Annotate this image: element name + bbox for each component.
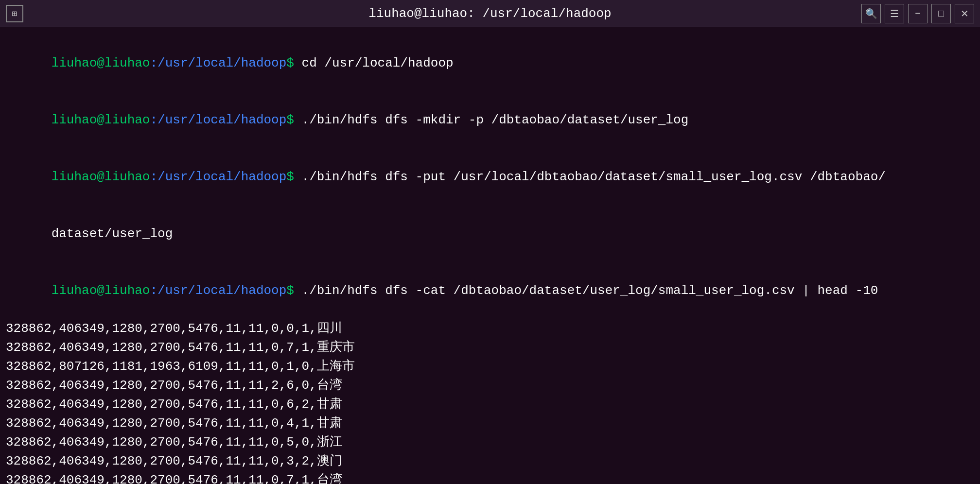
terminal-body[interactable]: liuhao@liuhao:/usr/local/hadoop$ cd /usr… xyxy=(0,27,980,484)
data-line-9: 328862,406349,1280,2700,5476,11,11,0,7,1… xyxy=(6,471,974,484)
data-line-6: 328862,406349,1280,2700,5476,11,11,0,4,1… xyxy=(6,414,974,433)
data-line-1: 328862,406349,1280,2700,5476,11,11,0,0,1… xyxy=(6,319,974,338)
minimize-icon: − xyxy=(915,8,921,19)
prompt-user-3: liuhao@liuhao xyxy=(52,170,150,184)
search-icon: 🔍 xyxy=(865,8,877,19)
minimize-button[interactable]: − xyxy=(908,4,928,23)
prompt-path-2: :/usr/local/hadoop xyxy=(150,113,286,127)
prompt-dollar-1: $ xyxy=(286,56,294,70)
window-title: liuhao@liuhao: /usr/local/hadoop xyxy=(368,6,611,21)
data-line-5: 328862,406349,1280,2700,5476,11,11,0,6,2… xyxy=(6,395,974,414)
terminal-window: ⊞ liuhao@liuhao: /usr/local/hadoop 🔍 ☰ −… xyxy=(0,0,980,484)
titlebar: ⊞ liuhao@liuhao: /usr/local/hadoop 🔍 ☰ −… xyxy=(0,0,980,27)
data-line-4: 328862,406349,1280,2700,5476,11,11,2,6,0… xyxy=(6,376,974,395)
cmd-4: ./bin/hdfs dfs -cat /dbtaobao/dataset/us… xyxy=(294,283,878,298)
titlebar-left: ⊞ xyxy=(6,5,23,22)
terminal-icon[interactable]: ⊞ xyxy=(6,5,23,22)
cmd-3: ./bin/hdfs dfs -put /usr/local/dbtaobao/… xyxy=(294,170,886,184)
prompt-user-4: liuhao@liuhao xyxy=(52,283,150,298)
prompt-user-2: liuhao@liuhao xyxy=(52,113,150,127)
hamburger-icon: ☰ xyxy=(890,8,899,19)
terminal-line-3b: dataset/user_log xyxy=(6,206,974,262)
menu-button[interactable]: ☰ xyxy=(885,4,904,23)
prompt-path-3: :/usr/local/hadoop xyxy=(150,170,286,184)
data-line-7: 328862,406349,1280,2700,5476,11,11,0,5,0… xyxy=(6,433,974,452)
prompt-user-1: liuhao@liuhao xyxy=(52,56,150,70)
terminal-line-4: liuhao@liuhao:/usr/local/hadoop$ ./bin/h… xyxy=(6,262,974,319)
terminal-line-3: liuhao@liuhao:/usr/local/hadoop$ ./bin/h… xyxy=(6,149,974,206)
data-line-2: 328862,406349,1280,2700,5476,11,11,0,7,1… xyxy=(6,338,974,357)
data-line-3: 328862,807126,1181,1963,6109,11,11,0,1,0… xyxy=(6,357,974,376)
prompt-path-1: :/usr/local/hadoop xyxy=(150,56,286,70)
data-line-8: 328862,406349,1280,2700,5476,11,11,0,3,2… xyxy=(6,452,974,471)
close-icon: ✕ xyxy=(961,8,969,19)
data-3b: dataset/user_log xyxy=(52,226,173,241)
titlebar-controls: 🔍 ☰ − □ ✕ xyxy=(861,4,974,23)
terminal-icon-symbol: ⊞ xyxy=(12,8,18,19)
prompt-path-4: :/usr/local/hadoop xyxy=(150,283,286,298)
close-button[interactable]: ✕ xyxy=(955,4,974,23)
maximize-icon: □ xyxy=(938,8,944,19)
prompt-dollar-4: $ xyxy=(286,283,294,298)
terminal-line-2: liuhao@liuhao:/usr/local/hadoop$ ./bin/h… xyxy=(6,92,974,149)
search-button[interactable]: 🔍 xyxy=(861,4,881,23)
cmd-1: cd /usr/local/hadoop xyxy=(294,56,454,70)
prompt-dollar-3: $ xyxy=(286,170,294,184)
maximize-button[interactable]: □ xyxy=(931,4,951,23)
cmd-2: ./bin/hdfs dfs -mkdir -p /dbtaobao/datas… xyxy=(294,113,688,127)
terminal-line-1: liuhao@liuhao:/usr/local/hadoop$ cd /usr… xyxy=(6,35,974,92)
prompt-dollar-2: $ xyxy=(286,113,294,127)
